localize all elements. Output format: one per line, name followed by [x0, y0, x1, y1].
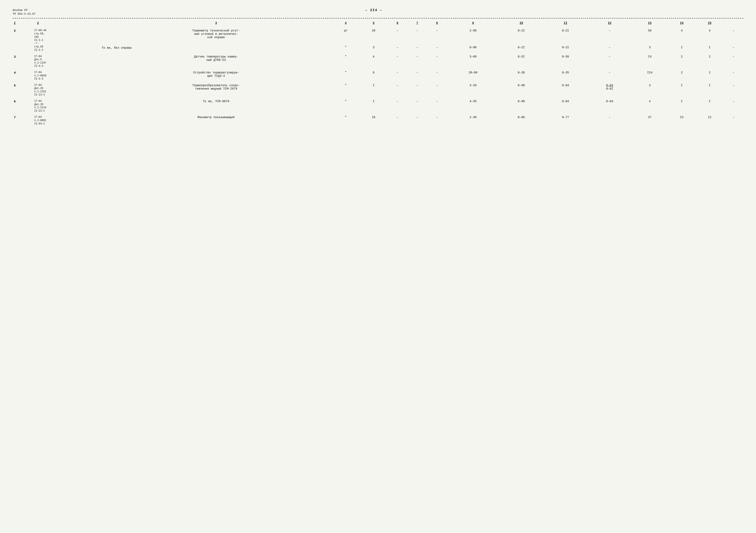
row-number: 4	[13, 70, 33, 81]
cell-11: 0–77	[543, 115, 588, 126]
main-table: I 2 3 4 5 6 7 8 9 I0 II I2 I3 I4 I5 2I7–…	[13, 20, 743, 126]
top-divider	[13, 18, 743, 18]
cell-sub-11: 0–2I	[543, 45, 588, 52]
page-header: Альбом УП ТП 503-3-23.87 – 2I4 –	[13, 8, 743, 16]
cell-13: 37	[632, 115, 668, 126]
row-name: Устройство терморегулирую-щее ТУДЭ-4	[100, 70, 332, 81]
cell-14: I3	[668, 115, 696, 126]
cell-sub-14: I	[668, 45, 696, 52]
cell-4: "	[332, 70, 360, 81]
cell-4: "	[332, 115, 360, 126]
row-reference: I7–06–48стр.66,I85II–I–I–"–стр.66II–I–I	[33, 26, 100, 52]
cell-10: 0–80	[499, 115, 543, 126]
cell-7: –	[407, 115, 427, 126]
cell-16: –	[724, 70, 743, 81]
spacer-row	[13, 53, 743, 54]
cell-7: –	[407, 70, 427, 81]
col-header-5: 5	[360, 20, 388, 26]
row-reference: I7–04п.I–О040II–4–3	[33, 70, 100, 81]
column-headers: I 2 3 4 5 6 7 8 9 I0 II I2 I3 I4 I5	[13, 20, 743, 26]
row-reference: I7–04п.2–000III–93–I	[33, 115, 100, 126]
cell-sub-5: 3	[360, 45, 388, 52]
cell-15: I	[696, 99, 724, 113]
cell-15: 2	[696, 70, 724, 81]
col-header-4: 4	[332, 20, 360, 26]
spacer-row	[13, 97, 743, 99]
cell-5: I	[360, 83, 388, 97]
row-number: 3	[13, 54, 33, 68]
cell-12: –	[587, 115, 632, 126]
cell-5: I6	[360, 115, 388, 126]
cell-10: 0–90	[499, 99, 543, 113]
cell-11: 0–84	[543, 83, 588, 97]
table-row-sub: То же, без оправы"3–––0–900–2I0–2I–3II–	[13, 45, 743, 52]
cell-12: 0–040–0I	[587, 83, 632, 97]
page-number: – 2I4 –	[365, 8, 382, 12]
table-row: 5I7–04Доп.26п.I–I25III–I3–IТермопреобраз…	[13, 83, 743, 97]
cell-sub-6: –	[388, 45, 407, 52]
cell-8: –	[427, 83, 447, 97]
col-header-11: II	[543, 20, 588, 26]
cell-7: –	[407, 83, 427, 97]
cell-sub-9: 0–90	[447, 45, 499, 52]
row-name-2: То же, без оправы	[100, 45, 332, 52]
cell-14: 2	[668, 54, 696, 68]
col-header-2: 2	[33, 20, 100, 26]
cell-16: –	[724, 54, 743, 68]
cell-13: 4	[632, 99, 668, 113]
row-number: 2	[13, 26, 33, 52]
cell-10: 0–90	[499, 83, 543, 97]
cell-9: 2–90	[447, 26, 499, 45]
cell-7: –	[407, 99, 427, 113]
cell-13: I4	[632, 54, 668, 68]
col-header-6: 6	[388, 20, 407, 26]
col-header-8: 8	[427, 20, 447, 26]
cell-9: 20–60	[447, 70, 499, 81]
col-header-12: I2	[587, 20, 632, 26]
table-row: 6I7–04Доп.26п.I–I2I4II–I3–IТо же, ТСМ-08…	[13, 99, 743, 113]
cell-16: –	[724, 83, 743, 97]
cell-11: 0–50	[543, 54, 588, 68]
cell-sub-4: "	[332, 45, 360, 52]
row-name: Манометр показывающий	[100, 115, 332, 126]
col-header-13: I3	[632, 20, 668, 26]
col-header-9: 9	[447, 20, 499, 26]
cell-15: 4	[696, 26, 724, 45]
table-row: 4I7–04п.I–О040II–4–3Устройство терморегу…	[13, 70, 743, 81]
row-name: То же, ТСМ-0879	[100, 99, 332, 113]
cell-9: 3–60	[447, 54, 499, 68]
spacer-row	[13, 113, 743, 115]
album-title: Альбом УП	[13, 8, 36, 12]
cell-5: 20	[360, 26, 388, 45]
cell-sub-7: –	[407, 45, 427, 52]
cell-8: –	[427, 26, 447, 45]
col-header-7: 7	[407, 20, 427, 26]
cell-6: –	[388, 99, 407, 113]
col-header-10: I0	[499, 20, 543, 26]
cell-16: –	[724, 115, 743, 126]
cell-10: 0–5I	[499, 54, 543, 68]
spacer-row	[13, 68, 743, 70]
cell-12: –	[587, 26, 632, 45]
cell-14: I	[668, 83, 696, 97]
row-reference: I7–04Доп.26п.I–I25III–I3–I	[33, 83, 100, 97]
cell-4: "	[332, 83, 360, 97]
cell-9: 4–35	[447, 99, 499, 113]
cell-sub-16: –	[724, 45, 743, 52]
cell-4: шт	[332, 26, 360, 45]
cell-11: 0–35	[543, 70, 588, 81]
cell-13: 3	[632, 83, 668, 97]
cell-7: –	[407, 54, 427, 68]
table-row: 2I7–06–48стр.66,I85II–I–I–"–стр.66II–I–I…	[13, 26, 743, 45]
cell-15: I	[696, 83, 724, 97]
doc-number: ТП 503-3-23.87	[13, 12, 36, 16]
row-reference: I7–04Доп.9п.I–II97II–4–2	[33, 54, 100, 68]
cell-12: –	[587, 70, 632, 81]
cell-4: "	[332, 54, 360, 68]
cell-13: 58	[632, 26, 668, 45]
col-header-14: I4	[668, 20, 696, 26]
cell-14: 2	[668, 70, 696, 81]
cell-15: I2	[696, 115, 724, 126]
cell-9: 2–30	[447, 115, 499, 126]
row-name: Термометр технический ртут-ный угловой в…	[100, 26, 332, 45]
